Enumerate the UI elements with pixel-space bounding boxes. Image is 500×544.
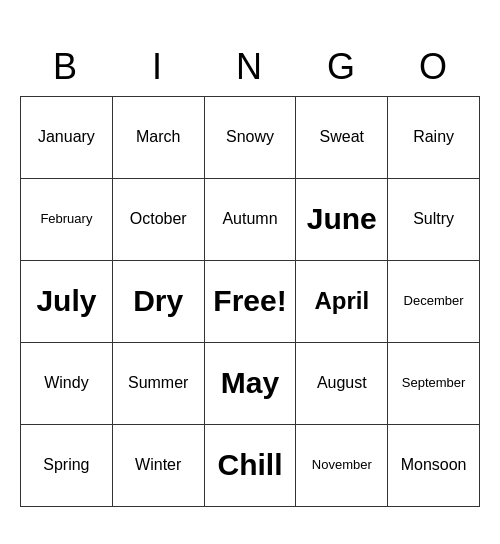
cell-text: October	[130, 209, 187, 228]
bingo-cell-r1-c0: February	[21, 179, 113, 261]
bingo-card: BINGO JanuaryMarchSnowySweatRainyFebruar…	[20, 38, 480, 507]
cell-text: Summer	[128, 373, 188, 392]
cell-text: September	[402, 375, 466, 391]
cell-text: November	[312, 457, 372, 473]
bingo-grid: JanuaryMarchSnowySweatRainyFebruaryOctob…	[20, 96, 480, 507]
header-letter: O	[388, 38, 480, 96]
bingo-cell-r4-c0: Spring	[21, 425, 113, 507]
bingo-cell-r4-c2: Chill	[205, 425, 297, 507]
bingo-cell-r1-c4: Sultry	[388, 179, 480, 261]
bingo-cell-r0-c1: March	[113, 97, 205, 179]
header-letter: B	[20, 38, 112, 96]
bingo-cell-r4-c3: November	[296, 425, 388, 507]
cell-text: January	[38, 127, 95, 146]
cell-text: December	[404, 293, 464, 309]
cell-text: Sweat	[320, 127, 364, 146]
bingo-cell-r3-c2: May	[205, 343, 297, 425]
cell-text: June	[307, 201, 377, 237]
cell-text: February	[40, 211, 92, 227]
cell-text: Spring	[43, 455, 89, 474]
bingo-cell-r2-c4: December	[388, 261, 480, 343]
cell-text: Autumn	[222, 209, 277, 228]
cell-text: May	[221, 365, 279, 401]
bingo-cell-r2-c0: July	[21, 261, 113, 343]
bingo-cell-r3-c0: Windy	[21, 343, 113, 425]
cell-text: March	[136, 127, 180, 146]
bingo-cell-r0-c0: January	[21, 97, 113, 179]
cell-text: August	[317, 373, 367, 392]
bingo-cell-r2-c2: Free!	[205, 261, 297, 343]
header-letter: G	[296, 38, 388, 96]
cell-text: Winter	[135, 455, 181, 474]
cell-text: Sultry	[413, 209, 454, 228]
bingo-cell-r4-c1: Winter	[113, 425, 205, 507]
cell-text: Monsoon	[401, 455, 467, 474]
bingo-cell-r4-c4: Monsoon	[388, 425, 480, 507]
cell-text: April	[314, 287, 369, 316]
bingo-cell-r2-c3: April	[296, 261, 388, 343]
bingo-cell-r2-c1: Dry	[113, 261, 205, 343]
bingo-cell-r3-c1: Summer	[113, 343, 205, 425]
cell-text: Free!	[213, 283, 286, 319]
bingo-cell-r3-c4: September	[388, 343, 480, 425]
header-letter: I	[112, 38, 204, 96]
cell-text: Rainy	[413, 127, 454, 146]
cell-text: Chill	[217, 447, 282, 483]
cell-text: Dry	[133, 283, 183, 319]
cell-text: July	[36, 283, 96, 319]
bingo-cell-r0-c4: Rainy	[388, 97, 480, 179]
bingo-cell-r1-c2: Autumn	[205, 179, 297, 261]
bingo-cell-r0-c2: Snowy	[205, 97, 297, 179]
bingo-header: BINGO	[20, 38, 480, 96]
header-letter: N	[204, 38, 296, 96]
bingo-cell-r3-c3: August	[296, 343, 388, 425]
bingo-cell-r1-c3: June	[296, 179, 388, 261]
cell-text: Snowy	[226, 127, 274, 146]
bingo-cell-r0-c3: Sweat	[296, 97, 388, 179]
cell-text: Windy	[44, 373, 88, 392]
bingo-cell-r1-c1: October	[113, 179, 205, 261]
